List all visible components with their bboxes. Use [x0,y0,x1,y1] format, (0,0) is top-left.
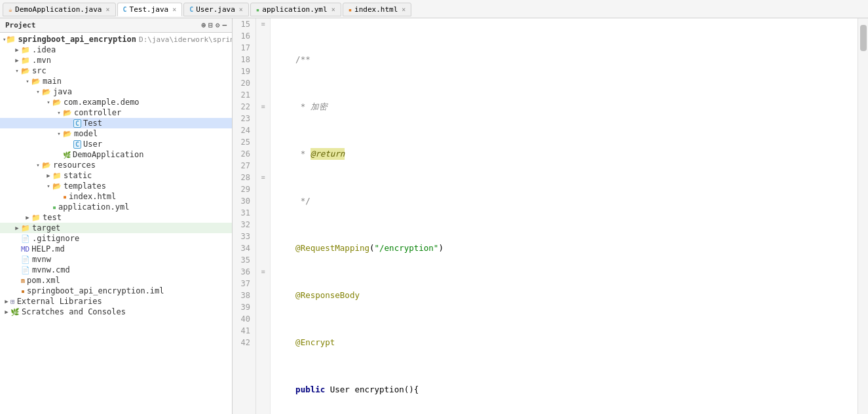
gitignore-label: .gitignore [32,234,79,243]
pomxml-label: pom.xml [27,276,60,285]
sidebar-item-mvnw[interactable]: ▶ 📄 mvnw [0,254,232,265]
linenum-17: 17 [238,42,250,54]
sidebar-icon-collapse[interactable]: ⊟ [208,21,213,29]
root-name: springboot_api_encryption [18,35,136,44]
tab-test-close[interactable]: × [172,6,176,13]
gutter-36[interactable]: ≡ [256,266,270,278]
sidebar-item-index-html[interactable]: ▶ ▪ index.html [0,191,232,202]
sidebar-item-idea[interactable]: ▶ 📁 .idea [0,45,232,55]
linenum-28: 28 [238,172,250,183]
gutter-32 [256,219,270,231]
tab-user[interactable]: C User.java × [183,3,249,16]
gutter-22[interactable]: ≡ [256,101,270,113]
tab-demo-application[interactable]: ☕ DemoApplication.java × [3,3,116,16]
src-folder-icon: 📂 [21,67,30,75]
gutter-41 [256,325,270,337]
code-line-20: @ResponseBody [276,290,852,301]
tab-yaml-close[interactable]: × [331,6,335,13]
com-folder-icon: 📂 [52,98,62,107]
tab-user-close[interactable]: × [239,6,243,13]
sidebar-item-target[interactable]: ▶ 📁 target [0,223,232,233]
sidebar-item-main[interactable]: ▾ 📂 main [0,76,232,86]
sidebar-item-test-file[interactable]: ▶ C Test [0,118,232,128]
sidebar-item-iml[interactable]: ▶ ▪ springboot_api_encryption.iml [0,286,232,296]
tab-html-icon: ▪ [349,7,352,13]
mvnwcmd-icon: 📄 [21,266,30,274]
linenum-19: 19 [238,66,250,77]
sidebar-item-model[interactable]: ▾ 📂 model [0,128,232,139]
gutter-20 [256,77,270,89]
mvn-label: .mvn [32,56,51,65]
linenum-27: 27 [238,160,250,172]
sidebar-item-demo-application[interactable]: ▶ 🌿 DemoApplication [0,149,232,160]
main-arrow: ▾ [24,78,31,85]
sidebar-item-external-libs[interactable]: ▶ ⊞ External Libraries [0,296,232,307]
resources-label: resources [53,160,96,170]
code-editor[interactable]: 15 16 17 18 19 20 21 22 23 24 25 26 27 2… [233,18,868,414]
fold-icon-28[interactable]: ≡ [261,172,265,183]
controller-arrow: ▾ [55,109,63,116]
java-folder-icon: 📂 [42,88,51,96]
tab-yaml-icon: ▪ [256,7,259,13]
linenum-30: 30 [238,195,250,207]
linenum-24: 24 [238,124,250,136]
model-folder-icon: 📂 [63,130,72,138]
sidebar-item-controller[interactable]: ▾ 📂 controller [0,107,232,118]
demo-label: DemoApplication [73,150,143,159]
sidebar-icon-close[interactable]: — [222,21,227,29]
sidebar-item-mvn[interactable]: ▶ 📁 .mvn [0,55,232,66]
tab-application-yml[interactable]: ▪ application.yml × [250,3,341,16]
sidebar-item-gitignore[interactable]: ▶ 📄 .gitignore [0,233,232,244]
src-label: src [32,66,47,75]
code-line-17: * @return [276,148,852,160]
gutter-15[interactable]: ≡ [256,18,270,30]
extlibs-icon: ⊞ [10,297,15,306]
gutter-39 [256,301,270,313]
tree-root[interactable]: ▾ 📁 springboot_api_encryption D:\java\id… [0,34,232,45]
sidebar-item-mvnw-cmd[interactable]: ▶ 📄 mvnw.cmd [0,265,232,275]
gutter-24 [256,124,270,136]
sidebar-item-templates[interactable]: ▾ 📂 templates [0,181,232,191]
extlibs-arrow: ▶ [3,298,10,305]
help-label: HELP.md [31,244,65,254]
gutter-17 [256,42,270,54]
code-content[interactable]: /** * 加密 * @return */ [271,18,858,414]
sidebar-item-com-example[interactable]: ▾ 📂 com.example.demo [0,97,232,107]
sidebar-item-static[interactable]: ▶ 📁 static [0,170,232,181]
tab-index-html[interactable]: ▪ index.html × [343,3,412,16]
sidebar-icon-gear[interactable]: ⚙ [216,21,220,29]
main-label: main [43,77,62,86]
linenum-31: 31 [238,207,250,219]
scrollbar-thumb[interactable] [860,25,867,51]
sidebar-item-src[interactable]: ▾ 📂 src [0,66,232,76]
sidebar-item-user-file[interactable]: ▶ C User [0,139,232,149]
gutter-19 [256,66,270,77]
sidebar-item-scratches[interactable]: ▶ 🌿 Scratches and Consoles [0,307,232,317]
appyml-icon: ▪ [52,204,56,211]
linenum-16: 16 [238,30,250,42]
tab-html-close[interactable]: × [402,6,406,13]
sidebar-item-java[interactable]: ▾ 📂 java [0,86,232,97]
fold-icon-22[interactable]: ≡ [261,101,265,113]
sidebar-icon-plus[interactable]: ⊕ [202,21,206,29]
gutter-28[interactable]: ≡ [256,172,270,183]
sidebar-item-pom-xml[interactable]: ▶ m pom.xml [0,275,232,286]
linenum-22: 22 [238,101,250,113]
sidebar-item-help-md[interactable]: ▶ MD HELP.md [0,244,232,254]
code-line-19: @RequestMapping("/encryption") [276,242,852,254]
sidebar-item-application-yml[interactable]: ▶ ▪ application.yml [0,202,232,212]
src-arrow: ▾ [13,67,21,74]
tab-test[interactable]: C Test.java × [117,3,183,16]
gutter-42 [256,337,270,348]
sidebar-item-resources[interactable]: ▾ 📂 resources [0,160,232,170]
tab-demo-close[interactable]: × [105,6,109,13]
static-label: static [64,171,92,180]
gutter-30 [256,195,270,207]
scrollbar-track[interactable] [858,18,868,414]
sidebar-item-test-folder[interactable]: ▶ 📁 test [0,212,232,223]
fold-icon-15[interactable]: ≡ [261,18,265,30]
fold-icon-36[interactable]: ≡ [261,266,265,278]
linenum-37: 37 [238,278,250,290]
test-file-label: Test [83,119,102,128]
code-line-22: public User encryption(){ [276,384,852,396]
